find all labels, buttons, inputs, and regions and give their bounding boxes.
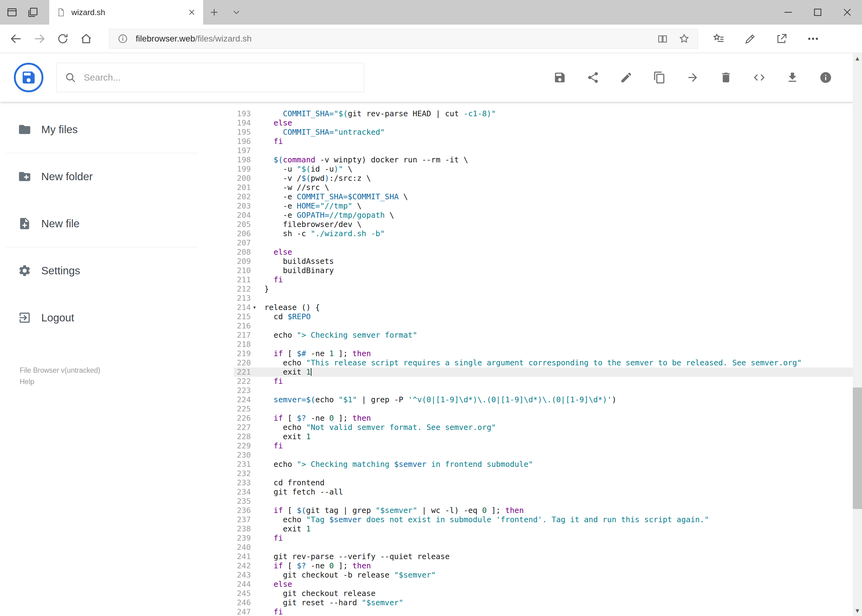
code-line-201[interactable]: 201 -w //src \ <box>234 183 862 192</box>
new-tab-button[interactable] <box>203 0 225 25</box>
url-field[interactable]: filebrowser.web/files/wizard.sh <box>109 29 698 49</box>
site-info-icon[interactable] <box>114 30 131 47</box>
scrollbar-up-arrow[interactable]: ▲ <box>853 53 862 64</box>
reading-view-icon[interactable] <box>654 30 671 47</box>
code-line-217[interactable]: 217 echo "> Checking semver format" <box>234 331 862 340</box>
copy-icon[interactable] <box>653 71 666 84</box>
code-line-206[interactable]: 206 sh -c "./wizard.sh -b" <box>234 229 862 238</box>
code-line-193[interactable]: 193 COMMIT_SHA="$(git rev-parse HEAD | c… <box>234 109 862 118</box>
browser-tab[interactable]: wizard.sh <box>49 0 203 25</box>
code-line-210[interactable]: 210 buildBinary <box>234 266 862 275</box>
code-line-244[interactable]: 244 else <box>234 580 862 589</box>
code-line-214[interactable]: 214▾release () { <box>234 303 862 312</box>
code-line-222[interactable]: 222 fi <box>234 377 862 386</box>
code-line-218[interactable]: 218 <box>234 340 862 349</box>
save-icon[interactable] <box>553 71 566 84</box>
move-icon[interactable] <box>686 71 699 84</box>
code-editor[interactable]: 193 COMMIT_SHA="$(git rev-parse HEAD | c… <box>234 102 862 616</box>
code-line-202[interactable]: 202 -e COMMIT_SHA=$COMMIT_SHA \ <box>234 192 862 201</box>
home-icon[interactable] <box>74 27 98 50</box>
delete-icon[interactable] <box>720 71 733 84</box>
tab-close-icon[interactable] <box>187 8 196 17</box>
hub-icon[interactable] <box>707 27 731 50</box>
code-line-197[interactable]: 197 <box>234 146 862 155</box>
code-line-207[interactable]: 207 <box>234 238 862 248</box>
tabs-preview-icon[interactable] <box>26 5 40 19</box>
code-line-211[interactable]: 211 fi <box>234 275 862 284</box>
code-line-224[interactable]: 224 semver=$(echo "$1" | grep -P '^v(0|[… <box>234 395 862 404</box>
code-line-205[interactable]: 205 filebrowser/dev \ <box>234 220 862 229</box>
code-line-226[interactable]: 226 if [ $? -ne 0 ]; then <box>234 414 862 423</box>
fold-arrow-icon[interactable]: ▾ <box>251 303 258 312</box>
code-line-235[interactable]: 235 <box>234 497 862 506</box>
code-line-215[interactable]: 215 cd $REPO <box>234 312 862 321</box>
code-line-204[interactable]: 204 -e GOPATH=//tmp/gopath \ <box>234 211 862 220</box>
code-line-239[interactable]: 239 fi <box>234 534 862 543</box>
code-line-247[interactable]: 247 fi <box>234 607 862 616</box>
share-icon[interactable] <box>770 27 793 50</box>
more-icon[interactable] <box>801 27 825 50</box>
code-line-200[interactable]: 200 -v /$(pwd):/src:z \ <box>234 174 862 183</box>
back-icon[interactable] <box>4 27 28 50</box>
code-line-216[interactable]: 216 <box>234 321 862 331</box>
code-view-icon[interactable] <box>753 71 766 84</box>
tab-preview-chevron-icon[interactable] <box>225 0 247 25</box>
code-line-213[interactable]: 213 <box>234 294 862 303</box>
code-line-223[interactable]: 223 <box>234 386 862 395</box>
web-note-pen-icon[interactable] <box>739 27 762 50</box>
search-box[interactable] <box>56 63 364 92</box>
code-line-199[interactable]: 199 -u "$(id -u)" \ <box>234 165 862 174</box>
code-line-233[interactable]: 233 cd frontend <box>234 478 862 487</box>
code-line-228[interactable]: 228 exit 1 <box>234 432 862 441</box>
code-line-212[interactable]: 212} <box>234 284 862 294</box>
sidebar-item-logout[interactable]: Logout <box>0 302 234 333</box>
share-file-icon[interactable] <box>586 71 599 84</box>
close-button[interactable] <box>832 0 862 25</box>
code-line-230[interactable]: 230 <box>234 451 862 460</box>
search-input[interactable] <box>84 72 356 83</box>
favorite-star-icon[interactable] <box>676 30 693 47</box>
code-line-234[interactable]: 234 git fetch --all <box>234 487 862 497</box>
code-line-221[interactable]: 221 exit 1 <box>234 368 862 377</box>
scrollbar-thumb[interactable] <box>853 388 862 509</box>
help-link[interactable]: Help <box>20 376 100 388</box>
sidebar-item-new-file[interactable]: New file <box>0 208 234 239</box>
code-line-245[interactable]: 245 git checkout release <box>234 589 862 598</box>
code-line-240[interactable]: 240 <box>234 543 862 552</box>
code-line-219[interactable]: 219 if [ $# -ne 1 ]; then <box>234 349 862 358</box>
forward-icon[interactable] <box>28 27 51 50</box>
code-line-237[interactable]: 237 echo "Tag $semver does not exist in … <box>234 515 862 524</box>
code-line-241[interactable]: 241 git rev-parse --verify --quiet relea… <box>234 552 862 561</box>
code-line-232[interactable]: 232 <box>234 469 862 478</box>
code-line-195[interactable]: 195 COMMIT_SHA="untracked" <box>234 127 862 137</box>
download-icon[interactable] <box>786 71 799 84</box>
code-line-236[interactable]: 236 if [ $(git tag | grep "$semver" | wc… <box>234 506 862 515</box>
sidebar-item-new-folder[interactable]: New folder <box>0 161 234 192</box>
code-line-198[interactable]: 198 $(command -v winpty) docker run --rm… <box>234 155 862 165</box>
code-line-231[interactable]: 231 echo "> Checking matching $semver in… <box>234 460 862 469</box>
refresh-icon[interactable] <box>51 27 74 50</box>
set-tabs-aside-icon[interactable] <box>5 5 19 19</box>
sidebar-item-settings[interactable]: Settings <box>0 255 234 286</box>
code-line-242[interactable]: 242 if [ $? -ne 0 ]; then <box>234 561 862 570</box>
scrollbar-down-arrow[interactable]: ▼ <box>853 605 862 616</box>
code-line-203[interactable]: 203 -e HOME="//tmp" \ <box>234 201 862 211</box>
code-line-238[interactable]: 238 exit 1 <box>234 524 862 534</box>
code-line-227[interactable]: 227 echo "Not valid semver format. See s… <box>234 423 862 432</box>
code-line-243[interactable]: 243 git checkout -b release "$semver" <box>234 570 862 580</box>
minimize-button[interactable] <box>773 0 803 25</box>
code-line-196[interactable]: 196 fi <box>234 137 862 146</box>
scrollbar[interactable]: ▲ ▼ <box>853 53 862 616</box>
code-line-229[interactable]: 229 fi <box>234 441 862 451</box>
code-line-225[interactable]: 225 <box>234 404 862 414</box>
code-line-220[interactable]: 220 echo "This release script requires a… <box>234 358 862 368</box>
code-line-208[interactable]: 208 else <box>234 248 862 257</box>
maximize-button[interactable] <box>803 0 832 25</box>
filebrowser-logo-icon[interactable] <box>14 63 43 92</box>
code-line-194[interactable]: 194 else <box>234 118 862 127</box>
code-line-209[interactable]: 209 buildAssets <box>234 257 862 266</box>
sidebar-item-my-files[interactable]: My files <box>0 114 234 145</box>
edit-icon[interactable] <box>620 71 633 84</box>
code-line-246[interactable]: 246 git reset --hard "$semver" <box>234 598 862 607</box>
info-icon[interactable] <box>819 71 832 84</box>
